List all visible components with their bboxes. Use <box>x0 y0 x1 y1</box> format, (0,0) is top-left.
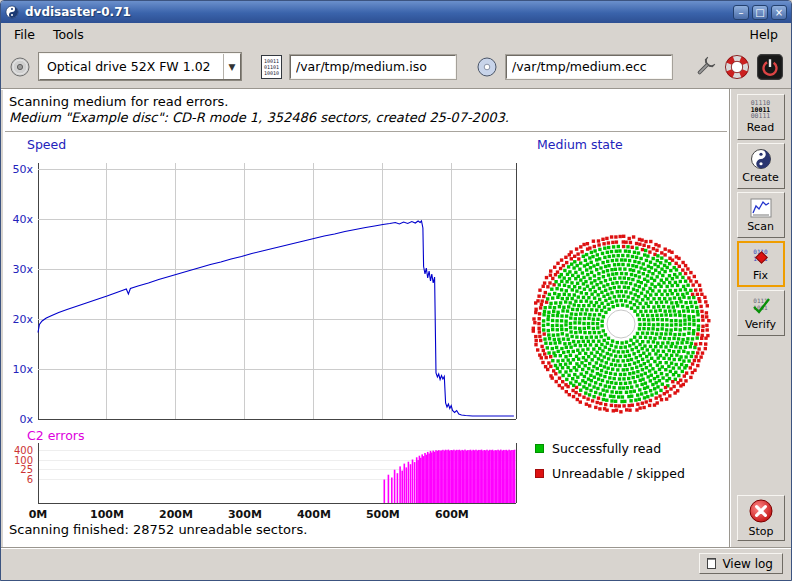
stop-icon <box>748 498 774 524</box>
svg-text:25: 25 <box>20 464 33 475</box>
medium-state-title: Medium state <box>537 137 623 152</box>
verify-button[interactable]: 0111 1001 Verify <box>737 290 785 336</box>
app-window: dvdisaster-0.71 – □ × File Tools Help Op… <box>0 0 792 581</box>
svg-text:0M: 0M <box>29 508 48 521</box>
minimize-button[interactable]: – <box>733 5 749 20</box>
chip-row: 10010 <box>264 70 279 76</box>
svg-text:10x: 10x <box>12 363 33 376</box>
scan-result-status: Scanning finished: 28752 unreadable sect… <box>9 522 307 537</box>
menubar: File Tools Help <box>1 23 791 45</box>
drive-select[interactable]: Optical drive 52X FW 1.02 ▼ <box>39 53 241 80</box>
unreadable-swatch <box>535 469 544 478</box>
legend-label: Successfully read <box>552 441 661 456</box>
close-button[interactable]: × <box>771 5 787 20</box>
ecc-file-input[interactable] <box>506 55 672 79</box>
separator <box>5 131 727 133</box>
image-file-icon: 10011 01101 10010 <box>261 55 282 79</box>
menu-file[interactable]: File <box>5 25 44 44</box>
quit-power-icon[interactable] <box>757 54 783 80</box>
c2-errors-chart-title: C2 errors <box>27 428 84 443</box>
toolbar: Optical drive 52X FW 1.02 ▼ 10011 01101 … <box>1 45 791 89</box>
titlebar: dvdisaster-0.71 – □ × <box>1 1 791 23</box>
read-icon: 01110 10011 00111 <box>751 100 771 120</box>
create-button[interactable]: Create <box>737 143 785 189</box>
svg-text:20x: 20x <box>12 313 33 326</box>
svg-text:600M: 600M <box>435 508 469 521</box>
yin-yang-icon <box>750 148 772 170</box>
drive-select-value: Optical drive 52X FW 1.02 <box>40 59 223 74</box>
legend-item-read: Successfully read <box>535 441 661 456</box>
svg-text:400: 400 <box>14 445 33 456</box>
app-icon <box>5 5 19 19</box>
svg-text:300M: 300M <box>228 508 262 521</box>
svg-text:200M: 200M <box>159 508 193 521</box>
image-file-input[interactable] <box>290 55 456 79</box>
svg-text:40x: 40x <box>12 213 33 226</box>
scan-button[interactable]: Scan <box>737 192 785 238</box>
svg-text:500M: 500M <box>366 508 400 521</box>
log-document-icon <box>707 558 716 569</box>
svg-text:30x: 30x <box>12 263 33 276</box>
read-swatch <box>535 444 544 453</box>
maximize-button[interactable]: □ <box>752 5 768 20</box>
scan-chart-icon <box>750 197 772 219</box>
window-controls: – □ × <box>733 5 787 20</box>
svg-text:50x: 50x <box>12 163 33 176</box>
medium-state-disc <box>526 229 716 419</box>
speed-chart-title: Speed <box>27 137 66 152</box>
svg-text:0x: 0x <box>19 413 33 426</box>
menu-tools[interactable]: Tools <box>44 25 93 44</box>
preferences-wrench-icon[interactable] <box>693 55 717 79</box>
stop-button[interactable]: Stop <box>737 495 785 541</box>
status-line-2: Medium "Example disc": CD-R mode 1, 3524… <box>9 110 509 125</box>
drive-icon <box>9 56 31 78</box>
svg-text:100: 100 <box>14 455 33 466</box>
window-title: dvdisaster-0.71 <box>25 5 131 19</box>
svg-text:400M: 400M <box>297 508 331 521</box>
svg-text:100M: 100M <box>90 508 124 521</box>
statusbar: View log <box>1 547 791 580</box>
chevron-down-icon[interactable]: ▼ <box>223 54 240 79</box>
legend-label: Unreadable / skipped <box>552 466 685 481</box>
status-line-1: Scanning medium for read errors. <box>9 94 228 109</box>
help-lifebuoy-icon[interactable] <box>725 55 749 79</box>
main-canvas: Scanning medium for read errors. Medium … <box>3 89 729 547</box>
legend-item-unreadable: Unreadable / skipped <box>535 466 685 481</box>
action-sidebar: 01110 10011 00111 Read Create Scan <box>729 89 791 547</box>
read-button[interactable]: 01110 10011 00111 Read <box>737 94 785 140</box>
ecc-file-icon <box>476 56 498 78</box>
verify-icon: 0111 1001 <box>750 295 772 317</box>
menu-help[interactable]: Help <box>741 25 788 44</box>
svg-text:6: 6 <box>27 474 33 485</box>
view-log-button[interactable]: View log <box>699 553 783 574</box>
fix-button[interactable]: 0110 1011 Fix <box>737 241 785 287</box>
fix-icon: 0110 1011 <box>750 246 772 268</box>
